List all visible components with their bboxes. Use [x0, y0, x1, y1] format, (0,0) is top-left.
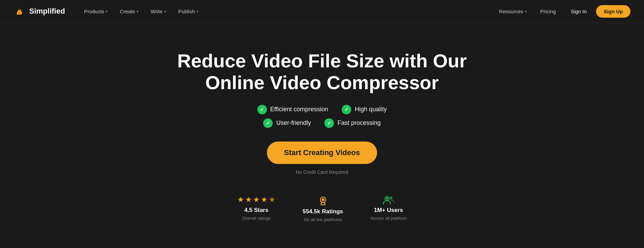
- features-row-1: Efficient compression High quality: [257, 105, 387, 114]
- chevron-down-icon: ▾: [197, 10, 198, 13]
- ratings-icon: [318, 195, 328, 206]
- stats-row: ★ ★ ★ ★ ★ 4.5 Stars Overall ratings 554.…: [237, 195, 407, 222]
- stat-stars-value: 4.5 Stars: [244, 207, 269, 214]
- star-4: ★: [261, 195, 268, 204]
- start-creating-button[interactable]: Start Creating Videos: [267, 142, 377, 164]
- svg-point-4: [386, 197, 388, 199]
- stat-stars: ★ ★ ★ ★ ★ 4.5 Stars Overall ratings: [237, 195, 275, 221]
- star-2: ★: [245, 195, 252, 204]
- nav-pricing[interactable]: Pricing: [535, 6, 561, 17]
- nav-publish[interactable]: Publish ▾: [173, 6, 204, 17]
- logo-text: Simplified: [29, 7, 65, 16]
- navbar: Simplified Products ▾ Create ▾ Write ▾ P…: [0, 0, 644, 23]
- checkmark-icon: [324, 118, 334, 128]
- nav-products[interactable]: Products ▾: [79, 6, 113, 17]
- checkmark-icon: [263, 118, 273, 128]
- nav-create[interactable]: Create ▾: [114, 6, 144, 17]
- logo-icon: [14, 5, 26, 17]
- svg-point-2: [322, 198, 324, 201]
- signup-button[interactable]: Sign Up: [596, 5, 630, 18]
- nav-write-label: Write: [151, 9, 163, 14]
- hero-title: Reduce Video File Size with Our Online V…: [177, 50, 467, 94]
- svg-point-5: [389, 196, 392, 199]
- feature-fast-processing: Fast processing: [324, 118, 380, 128]
- nav-publish-label: Publish: [178, 9, 195, 14]
- logo[interactable]: Simplified: [14, 5, 65, 17]
- feature-efficient-compression: Efficient compression: [257, 105, 328, 114]
- users-icon: [383, 195, 395, 205]
- nav-resources-label: Resources: [499, 9, 523, 14]
- chevron-down-icon: ▾: [164, 10, 166, 13]
- feature-label: High quality: [355, 106, 387, 113]
- hero-title-line2: Online Video Compressor: [205, 72, 439, 93]
- nav-pricing-label: Pricing: [540, 9, 556, 14]
- chevron-down-icon: ▾: [106, 10, 107, 13]
- stat-ratings-value: 554.5k Ratings: [303, 208, 343, 215]
- chevron-down-icon: ▾: [137, 10, 138, 13]
- chevron-down-icon: ▾: [525, 10, 527, 13]
- no-credit-text: No Credit Card Required: [296, 169, 348, 175]
- checkmark-icon: [257, 105, 267, 114]
- stat-stars-label: Overall ratings: [242, 216, 271, 221]
- nav-products-label: Products: [84, 9, 104, 14]
- stars-display: ★ ★ ★ ★ ★: [237, 195, 275, 204]
- nav-write[interactable]: Write ▾: [145, 6, 171, 17]
- hero-section: Reduce Video File Size with Our Online V…: [0, 23, 644, 243]
- stat-users: 1M+ Users Across all platform: [370, 195, 407, 221]
- features-list: Efficient compression High quality User-…: [257, 105, 387, 128]
- star-1: ★: [237, 195, 244, 204]
- checkmark-icon: [342, 105, 351, 114]
- feature-label: Efficient compression: [270, 106, 328, 113]
- feature-high-quality: High quality: [342, 105, 387, 114]
- stat-ratings-label: On all the platforms: [304, 217, 342, 222]
- nav-left: Products ▾ Create ▾ Write ▾ Publish ▾: [79, 6, 493, 17]
- features-row-2: User-friendly Fast processing: [263, 118, 380, 128]
- signin-button[interactable]: Sign In: [564, 6, 594, 17]
- nav-resources[interactable]: Resources ▾: [493, 6, 532, 17]
- feature-label: User-friendly: [276, 119, 311, 127]
- nav-right: Resources ▾ Pricing Sign In Sign Up: [493, 5, 630, 18]
- stat-ratings: 554.5k Ratings On all the platforms: [303, 195, 343, 222]
- feature-label: Fast processing: [337, 119, 380, 127]
- star-half: ★: [269, 195, 275, 204]
- stat-users-value: 1M+ Users: [374, 207, 403, 214]
- star-3: ★: [253, 195, 260, 204]
- hero-title-line1: Reduce Video File Size with Our: [177, 50, 467, 71]
- stat-users-label: Across all platform: [370, 216, 407, 221]
- nav-create-label: Create: [120, 9, 135, 14]
- feature-user-friendly: User-friendly: [263, 118, 311, 128]
